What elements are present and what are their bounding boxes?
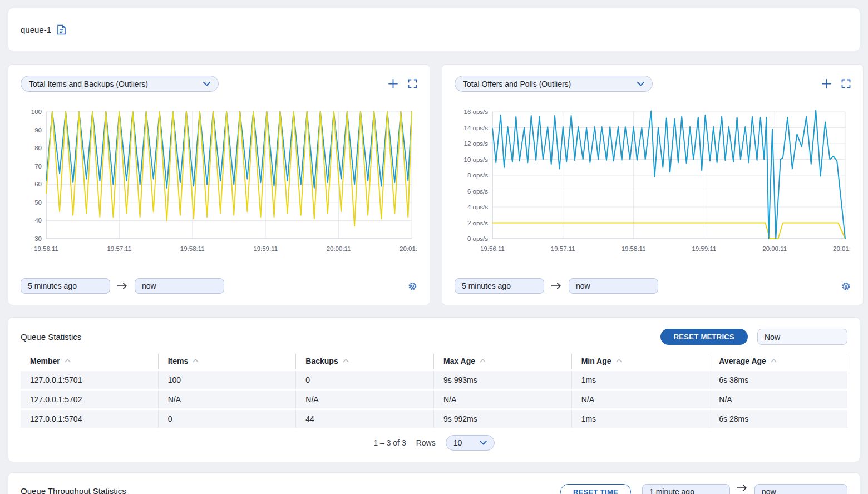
title-bar: queue-1 [8,8,860,51]
time-from-input[interactable]: 5 minutes ago [21,278,110,294]
sort-caret-icon[interactable] [343,359,349,363]
svg-text:19:57:11: 19:57:11 [107,245,131,252]
sort-caret-icon[interactable] [616,359,622,363]
table-cell: 127.0.0.1:5701 [21,371,159,389]
column-header[interactable]: Min Age [572,354,710,369]
table-cell: 1ms [572,410,710,428]
column-header[interactable]: Member [21,354,159,369]
metric-select[interactable]: Total Items and Backups (Outliers) [21,76,219,92]
svg-text:100: 100 [31,108,42,115]
svg-text:16 ops/s: 16 ops/s [464,108,489,115]
table-cell: 100 [159,371,297,389]
stats-table-header-row: MemberItemsBackupsMax AgeMin AgeAverage … [21,354,847,369]
time-from-value: 5 minutes ago [462,281,511,290]
rows-per-page-select[interactable]: 10 [446,435,495,451]
svg-text:30: 30 [34,235,42,242]
time-to-input[interactable]: now [135,278,224,294]
time-to-input[interactable]: now [569,278,658,294]
fullscreen-icon[interactable] [408,79,417,88]
column-header[interactable]: Backups [296,354,434,369]
queue-statistics-table: MemberItemsBackupsMax AgeMin AgeAverage … [21,352,847,429]
svg-text:19:57:11: 19:57:11 [551,245,575,252]
reset-metrics-button[interactable]: RESET METRICS [660,329,748,345]
svg-text:60: 60 [34,181,42,187]
section-title: Queue Throughput Statistics [21,486,126,494]
svg-text:0 ops/s: 0 ops/s [467,235,488,242]
add-chart-icon[interactable] [388,79,398,88]
svg-text:20:01:11: 20:01:11 [833,245,851,252]
svg-text:20:00:11: 20:00:11 [327,245,351,252]
section-title: Queue Statistics [21,332,81,342]
page-range: 1 – 3 of 3 [373,438,406,447]
svg-text:40: 40 [34,217,42,224]
arrow-right-icon [551,282,562,290]
svg-text:10 ops/s: 10 ops/s [464,156,489,163]
gear-icon[interactable] [408,281,417,291]
document-icon[interactable] [57,24,66,35]
svg-text:70: 70 [34,163,42,170]
table-cell: N/A [159,391,297,408]
queue-throughput-card: Queue Throughput Statistics RESET TIME 1… [8,472,860,494]
time-to-value: now [576,281,590,290]
arrow-right-icon [117,282,128,290]
time-to-input[interactable]: now [754,484,847,494]
svg-text:8 ops/s: 8 ops/s [467,172,488,179]
column-header-label: Items [168,357,189,365]
reset-time-button[interactable]: RESET TIME [560,484,631,494]
svg-text:80: 80 [34,145,42,151]
chevron-down-icon [203,82,210,86]
sort-caret-icon[interactable] [771,359,777,363]
svg-text:20:01:11: 20:01:11 [400,245,417,252]
chart-header: Total Offers and Polls (Outliers) [455,76,851,92]
gear-icon[interactable] [841,281,851,291]
table-cell: 127.0.0.1:5704 [21,410,159,428]
sort-caret-icon[interactable] [480,359,486,363]
sort-caret-icon[interactable] [193,359,199,363]
chart-card-items-backups: Total Items and Backups (Outliers) 30405… [8,64,430,305]
svg-text:2 ops/s: 2 ops/s [467,220,488,226]
table-row: 127.0.0.1:5702N/AN/AN/AN/AN/A [21,391,847,408]
column-header[interactable]: Items [159,354,297,369]
chart-time-range: 5 minutes ago now [21,278,417,294]
stats-time-value: Now [765,333,780,342]
metric-select-value: Total Items and Backups (Outliers) [29,80,148,88]
table-cell: 0 [159,410,297,428]
svg-text:6 ops/s: 6 ops/s [467,188,488,195]
svg-text:50: 50 [34,199,42,206]
chart-card-offers-polls: Total Offers and Polls (Outliers) 0 ops/… [442,64,864,305]
stats-time-input[interactable]: Now [757,329,847,345]
table-row: 127.0.0.1:570110009s 993ms1ms6s 38ms [21,371,847,389]
column-header-label: Backups [305,357,338,365]
time-from-value: 1 minute ago [649,487,694,494]
metric-select-value: Total Offers and Polls (Outliers) [463,80,571,88]
column-header-label: Member [30,357,60,365]
table-cell: 6s 38ms [709,371,847,389]
table-cell: N/A [434,391,572,408]
table-cell: 44 [296,410,434,428]
metric-select[interactable]: Total Offers and Polls (Outliers) [455,76,653,92]
time-from-input[interactable]: 1 minute ago [642,484,730,494]
chart-time-range: 5 minutes ago now [455,278,851,294]
column-header-label: Average Age [719,357,766,365]
time-from-input[interactable]: 5 minutes ago [455,278,544,294]
svg-text:4 ops/s: 4 ops/s [467,204,488,210]
sort-caret-icon[interactable] [65,359,71,363]
svg-text:90: 90 [34,127,42,134]
throughput-header: Queue Throughput Statistics RESET TIME 1… [21,484,847,494]
charts-row: Total Items and Backups (Outliers) 30405… [8,64,860,305]
fullscreen-icon[interactable] [841,79,851,88]
column-header[interactable]: Max Age [434,354,572,369]
svg-text:19:59:11: 19:59:11 [253,245,278,252]
svg-text:19:56:11: 19:56:11 [480,245,505,252]
line-chart-items-backups: 3040506070809010019:56:1119:57:1119:58:1… [21,106,417,258]
svg-text:19:59:11: 19:59:11 [692,245,716,252]
svg-text:14 ops/s: 14 ops/s [464,125,489,131]
column-header[interactable]: Average Age [709,354,847,369]
rows-per-page-label: Rows [416,438,436,447]
page-title: queue-1 [21,25,51,34]
add-chart-icon[interactable] [822,79,831,88]
svg-text:19:56:11: 19:56:11 [34,245,58,252]
table-cell: 0 [296,371,434,389]
stats-header: Queue Statistics RESET METRICS Now [21,329,847,345]
rows-per-page-value: 10 [453,438,462,447]
